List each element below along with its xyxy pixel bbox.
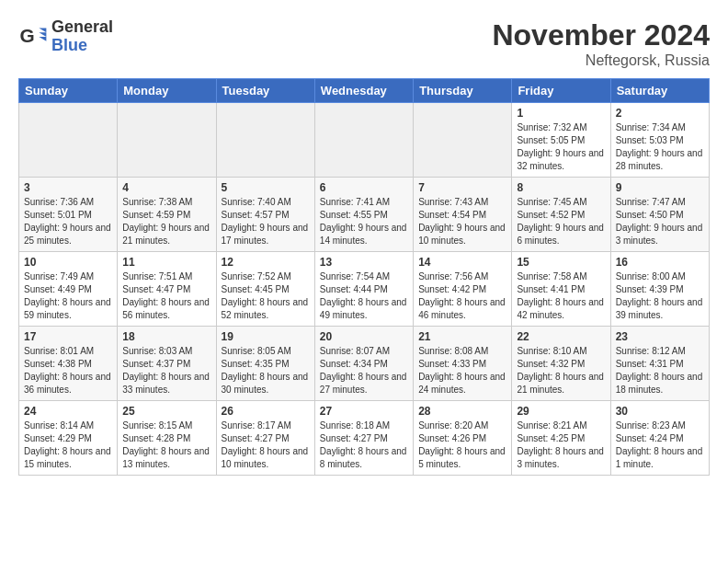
day-number: 27 [320, 405, 408, 418]
day-number: 6 [320, 181, 408, 194]
calendar-cell [414, 103, 512, 178]
day-number: 11 [122, 256, 210, 269]
day-number: 1 [517, 107, 605, 120]
day-info: Sunrise: 7:47 AM Sunset: 4:50 PM Dayligh… [616, 196, 704, 247]
calendar-week-2: 3Sunrise: 7:36 AM Sunset: 5:01 PM Daylig… [19, 178, 710, 252]
calendar-cell: 25Sunrise: 8:15 AM Sunset: 4:28 PM Dayli… [118, 401, 216, 476]
day-info: Sunrise: 7:45 AM Sunset: 4:52 PM Dayligh… [517, 196, 605, 247]
calendar-cell: 7Sunrise: 7:43 AM Sunset: 4:54 PM Daylig… [414, 178, 512, 252]
page-header: G General Blue November 2024 Neftegorsk,… [18, 18, 710, 69]
day-info: Sunrise: 7:36 AM Sunset: 5:01 PM Dayligh… [24, 196, 112, 247]
day-number: 7 [418, 181, 506, 194]
calendar-table: SundayMondayTuesdayWednesdayThursdayFrid… [18, 78, 710, 476]
logo-text: General Blue [51, 18, 113, 55]
weekday-header-thursday: Thursday [414, 79, 512, 103]
day-info: Sunrise: 7:41 AM Sunset: 4:55 PM Dayligh… [320, 196, 408, 247]
calendar-cell: 30Sunrise: 8:23 AM Sunset: 4:24 PM Dayli… [610, 401, 709, 476]
weekday-header-monday: Monday [118, 79, 216, 103]
calendar-cell: 12Sunrise: 7:52 AM Sunset: 4:45 PM Dayli… [216, 252, 314, 327]
day-info: Sunrise: 8:21 AM Sunset: 4:25 PM Dayligh… [517, 419, 605, 471]
calendar-week-3: 10Sunrise: 7:49 AM Sunset: 4:49 PM Dayli… [19, 252, 710, 327]
calendar-cell: 2Sunrise: 7:34 AM Sunset: 5:03 PM Daylig… [610, 103, 709, 178]
day-number: 24 [24, 405, 112, 418]
calendar-cell: 3Sunrise: 7:36 AM Sunset: 5:01 PM Daylig… [19, 178, 118, 252]
calendar-cell: 22Sunrise: 8:10 AM Sunset: 4:32 PM Dayli… [512, 327, 610, 401]
day-info: Sunrise: 8:10 AM Sunset: 4:32 PM Dayligh… [517, 345, 605, 396]
calendar-cell [118, 103, 216, 178]
calendar-cell: 5Sunrise: 7:40 AM Sunset: 4:57 PM Daylig… [216, 178, 314, 252]
day-info: Sunrise: 7:49 AM Sunset: 4:49 PM Dayligh… [24, 270, 112, 322]
day-number: 13 [320, 256, 408, 269]
calendar-cell: 11Sunrise: 7:51 AM Sunset: 4:47 PM Dayli… [118, 252, 216, 327]
day-number: 9 [616, 181, 704, 194]
day-number: 8 [517, 181, 605, 194]
day-info: Sunrise: 8:03 AM Sunset: 4:37 PM Dayligh… [122, 345, 210, 396]
day-info: Sunrise: 8:15 AM Sunset: 4:28 PM Dayligh… [122, 419, 210, 471]
calendar-cell: 27Sunrise: 8:18 AM Sunset: 4:27 PM Dayli… [314, 401, 413, 476]
calendar-cell: 17Sunrise: 8:01 AM Sunset: 4:38 PM Dayli… [19, 327, 118, 401]
calendar-cell: 28Sunrise: 8:20 AM Sunset: 4:26 PM Dayli… [414, 401, 512, 476]
day-number: 20 [320, 330, 408, 343]
day-info: Sunrise: 8:14 AM Sunset: 4:29 PM Dayligh… [24, 419, 112, 471]
day-number: 17 [24, 330, 112, 343]
logo-icon: G [18, 22, 48, 52]
day-number: 25 [122, 405, 210, 418]
day-number: 16 [616, 256, 704, 269]
logo-blue: Blue [51, 37, 113, 55]
day-number: 15 [517, 256, 605, 269]
day-info: Sunrise: 8:23 AM Sunset: 4:24 PM Dayligh… [616, 419, 704, 471]
day-number: 4 [122, 181, 210, 194]
day-info: Sunrise: 7:43 AM Sunset: 4:54 PM Dayligh… [418, 196, 506, 247]
day-info: Sunrise: 7:56 AM Sunset: 4:42 PM Dayligh… [418, 270, 506, 322]
weekday-header-sunday: Sunday [19, 79, 118, 103]
weekday-header-wednesday: Wednesday [314, 79, 413, 103]
calendar-cell: 15Sunrise: 7:58 AM Sunset: 4:41 PM Dayli… [512, 252, 610, 327]
day-info: Sunrise: 8:07 AM Sunset: 4:34 PM Dayligh… [320, 345, 408, 396]
calendar-cell [216, 103, 314, 178]
calendar-cell: 26Sunrise: 8:17 AM Sunset: 4:27 PM Dayli… [216, 401, 314, 476]
calendar-cell: 24Sunrise: 8:14 AM Sunset: 4:29 PM Dayli… [19, 401, 118, 476]
calendar-cell: 14Sunrise: 7:56 AM Sunset: 4:42 PM Dayli… [414, 252, 512, 327]
day-info: Sunrise: 8:01 AM Sunset: 4:38 PM Dayligh… [24, 345, 112, 396]
day-info: Sunrise: 8:17 AM Sunset: 4:27 PM Dayligh… [222, 419, 310, 471]
calendar-cell: 1Sunrise: 7:32 AM Sunset: 5:05 PM Daylig… [512, 103, 610, 178]
page-title: November 2024 [492, 18, 710, 52]
svg-marker-1 [39, 28, 46, 32]
calendar-cell: 9Sunrise: 7:47 AM Sunset: 4:50 PM Daylig… [610, 178, 709, 252]
logo-general: General [51, 18, 113, 37]
day-info: Sunrise: 7:58 AM Sunset: 4:41 PM Dayligh… [517, 270, 605, 322]
day-number: 28 [418, 405, 506, 418]
calendar-cell: 20Sunrise: 8:07 AM Sunset: 4:34 PM Dayli… [314, 327, 413, 401]
calendar-cell: 6Sunrise: 7:41 AM Sunset: 4:55 PM Daylig… [314, 178, 413, 252]
day-info: Sunrise: 8:08 AM Sunset: 4:33 PM Dayligh… [418, 345, 506, 396]
day-number: 21 [418, 330, 506, 343]
svg-marker-3 [39, 37, 46, 41]
day-info: Sunrise: 7:51 AM Sunset: 4:47 PM Dayligh… [122, 270, 210, 322]
day-info: Sunrise: 8:12 AM Sunset: 4:31 PM Dayligh… [616, 345, 704, 396]
day-info: Sunrise: 8:20 AM Sunset: 4:26 PM Dayligh… [418, 419, 506, 471]
day-info: Sunrise: 7:54 AM Sunset: 4:44 PM Dayligh… [320, 270, 408, 322]
calendar-cell: 23Sunrise: 8:12 AM Sunset: 4:31 PM Dayli… [610, 327, 709, 401]
calendar-cell: 13Sunrise: 7:54 AM Sunset: 4:44 PM Dayli… [314, 252, 413, 327]
day-number: 3 [24, 181, 112, 194]
calendar-cell: 10Sunrise: 7:49 AM Sunset: 4:49 PM Dayli… [19, 252, 118, 327]
day-number: 22 [517, 330, 605, 343]
day-info: Sunrise: 8:18 AM Sunset: 4:27 PM Dayligh… [320, 419, 408, 471]
calendar-cell [314, 103, 413, 178]
logo: G General Blue [18, 18, 113, 55]
day-number: 29 [517, 405, 605, 418]
calendar-week-4: 17Sunrise: 8:01 AM Sunset: 4:38 PM Dayli… [19, 327, 710, 401]
calendar-cell: 21Sunrise: 8:08 AM Sunset: 4:33 PM Dayli… [414, 327, 512, 401]
day-info: Sunrise: 8:00 AM Sunset: 4:39 PM Dayligh… [616, 270, 704, 322]
title-block: November 2024 Neftegorsk, Russia [492, 18, 710, 69]
day-info: Sunrise: 7:34 AM Sunset: 5:03 PM Dayligh… [616, 121, 704, 173]
day-number: 5 [222, 181, 310, 194]
day-number: 12 [222, 256, 310, 269]
calendar-cell: 19Sunrise: 8:05 AM Sunset: 4:35 PM Dayli… [216, 327, 314, 401]
calendar-cell: 18Sunrise: 8:03 AM Sunset: 4:37 PM Dayli… [118, 327, 216, 401]
day-number: 2 [616, 107, 704, 120]
day-number: 26 [222, 405, 310, 418]
day-number: 23 [616, 330, 704, 343]
weekday-header-tuesday: Tuesday [216, 79, 314, 103]
svg-text:G: G [20, 25, 35, 46]
